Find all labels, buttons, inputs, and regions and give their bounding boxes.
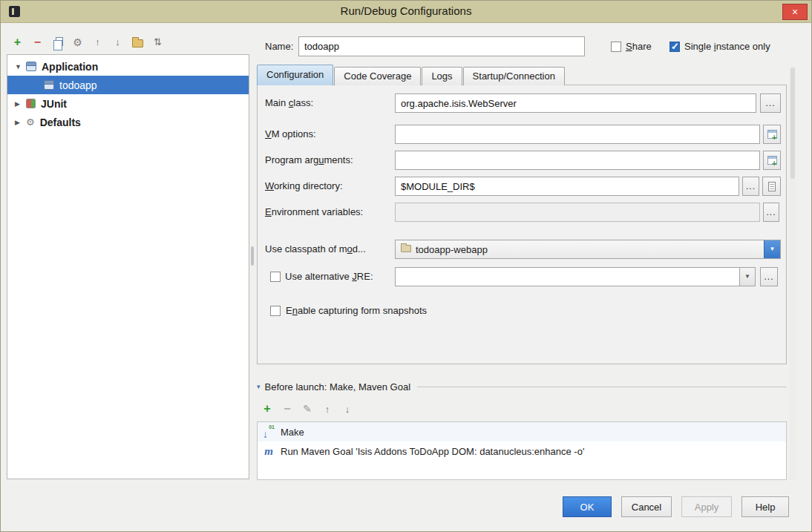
- expand-editor-icon: [767, 156, 777, 165]
- maven-icon: m: [263, 445, 275, 457]
- snapshots-label: Enable capturing form snapshots: [286, 301, 427, 321]
- classpath-label: Use classpath of mod...: [265, 240, 366, 259]
- vm-options-input[interactable]: [395, 125, 760, 144]
- alternative-jre-label: Use alternative JRE:: [285, 267, 373, 286]
- environment-variables-label: Environment variables:: [265, 203, 363, 222]
- before-launch-toolbar: + − ✎ ↑ ↓: [262, 402, 353, 416]
- config-tabs: Configuration Code Coverage Logs Startup…: [257, 65, 566, 85]
- alternative-jre-browse-button[interactable]: ...: [760, 267, 778, 286]
- share-checkbox[interactable]: [611, 42, 621, 52]
- cancel-button[interactable]: Cancel: [621, 496, 672, 517]
- insert-macro-button[interactable]: [762, 177, 781, 196]
- tab-startup-connection[interactable]: Startup/Connection: [463, 67, 565, 85]
- before-launch-title: Before launch: Make, Maven Goal: [265, 381, 411, 393]
- tab-configuration[interactable]: Configuration: [257, 65, 333, 85]
- vm-options-expand-button[interactable]: [763, 125, 781, 144]
- move-down-icon[interactable]: ↓: [111, 36, 124, 49]
- name-input[interactable]: [298, 36, 585, 56]
- junit-icon: [26, 99, 36, 108]
- single-instance-checkbox[interactable]: [669, 42, 680, 52]
- window-title: Run/Debug Configurations: [1, 4, 811, 17]
- panel-splitter[interactable]: [251, 246, 254, 266]
- module-folder-icon: [401, 245, 411, 252]
- share-label: Share: [626, 36, 652, 56]
- application-icon: [44, 80, 54, 90]
- tree-toolbar: + − ⚙ ↑ ↓ ⇅: [11, 35, 164, 50]
- remove-configuration-icon[interactable]: −: [31, 36, 44, 49]
- add-task-icon[interactable]: +: [262, 402, 272, 416]
- folder-icon: [132, 39, 143, 47]
- sort-configurations-icon[interactable]: ⇅: [151, 36, 164, 49]
- remove-task-icon[interactable]: −: [282, 402, 292, 416]
- expand-icon[interactable]: ▼: [15, 63, 26, 70]
- expand-editor-icon: [767, 130, 777, 139]
- scrollbar[interactable]: [790, 66, 796, 480]
- tree-item-junit[interactable]: ▶ JUnit: [7, 94, 249, 113]
- snapshots-checkbox[interactable]: [270, 306, 281, 316]
- help-button[interactable]: Help: [741, 496, 789, 517]
- scrollbar-thumb[interactable]: [790, 68, 795, 179]
- ok-button[interactable]: OK: [563, 496, 612, 517]
- configurations-tree: ▼ Application todoapp ▶ JUnit ▶ ⚙ Defaul…: [7, 54, 249, 479]
- configuration-panel: Main class: ... VM options: Program argu…: [257, 85, 787, 364]
- alternative-jre-combobox[interactable]: ▼: [395, 267, 756, 286]
- task-make[interactable]: Make: [258, 422, 786, 441]
- move-task-up-icon[interactable]: ↑: [322, 404, 333, 415]
- vm-options-label: VM options:: [265, 125, 316, 144]
- working-directory-label: Working directory:: [265, 177, 343, 196]
- make-icon: [263, 426, 275, 438]
- dialog-buttons: OK Cancel Apply Help: [563, 496, 789, 517]
- environment-variables-input[interactable]: [395, 203, 760, 222]
- working-directory-browse-button[interactable]: ...: [742, 177, 759, 196]
- tree-item-label: Application: [42, 61, 98, 73]
- task-maven-goal[interactable]: m Run Maven Goal 'Isis Addons ToDoApp DO…: [258, 441, 786, 461]
- task-label: Run Maven Goal 'Isis Addons ToDoApp DOM:…: [281, 446, 584, 457]
- move-up-icon[interactable]: ↑: [91, 36, 104, 49]
- tree-item-application[interactable]: ▼ Application: [7, 57, 249, 76]
- copy-configuration-icon[interactable]: [51, 36, 64, 49]
- document-icon: [768, 182, 776, 191]
- main-class-input[interactable]: [395, 93, 756, 113]
- program-arguments-input[interactable]: [395, 151, 760, 170]
- classpath-combobox[interactable]: todoapp-webapp ▼: [395, 240, 781, 259]
- program-arguments-expand-button[interactable]: [763, 151, 781, 170]
- before-launch-header: ▾ Before launch: Make, Maven Goal: [257, 380, 787, 393]
- working-directory-input[interactable]: [395, 177, 739, 196]
- collapse-icon[interactable]: ▶: [15, 119, 26, 126]
- dropdown-arrow-icon[interactable]: ▼: [739, 268, 755, 286]
- task-label: Make: [281, 427, 304, 438]
- main-class-browse-button[interactable]: ...: [760, 93, 781, 113]
- move-task-down-icon[interactable]: ↓: [342, 404, 353, 415]
- tree-item-label: todoapp: [59, 79, 97, 91]
- run-debug-configurations-dialog: Run/Debug Configurations × + − ⚙ ↑ ↓ ⇅ ▼…: [0, 0, 812, 532]
- before-launch-task-list: Make m Run Maven Goal 'Isis Addons ToDoA…: [257, 421, 787, 480]
- main-class-label: Main class:: [265, 93, 313, 113]
- tree-item-label: JUnit: [41, 98, 67, 110]
- apply-button[interactable]: Apply: [681, 496, 732, 517]
- collapse-icon[interactable]: ▶: [15, 100, 26, 108]
- collapse-triangle-icon[interactable]: ▾: [257, 383, 261, 390]
- tab-code-coverage[interactable]: Code Coverage: [334, 67, 421, 85]
- defaults-icon: ⚙: [26, 117, 35, 128]
- tree-item-label: Defaults: [40, 116, 81, 128]
- separator-line: [417, 387, 787, 387]
- edit-task-icon[interactable]: ✎: [302, 403, 312, 415]
- name-label: Name:: [265, 36, 293, 56]
- dropdown-arrow-icon[interactable]: ▼: [764, 240, 780, 258]
- tab-logs[interactable]: Logs: [422, 67, 462, 85]
- program-arguments-label: Program arguments:: [265, 151, 353, 170]
- environment-variables-browse-button[interactable]: ...: [763, 203, 779, 222]
- tree-item-todoapp[interactable]: todoapp: [7, 76, 249, 94]
- title-bar[interactable]: Run/Debug Configurations ×: [1, 1, 811, 23]
- classpath-value: todoapp-webapp: [416, 244, 488, 255]
- alternative-jre-checkbox[interactable]: [270, 272, 281, 282]
- single-instance-label: Single instance only: [684, 36, 770, 56]
- application-icon: [26, 62, 36, 71]
- close-button[interactable]: ×: [782, 4, 808, 20]
- edit-defaults-icon[interactable]: ⚙: [71, 36, 84, 49]
- new-folder-icon[interactable]: [131, 36, 144, 49]
- tree-item-defaults[interactable]: ▶ ⚙ Defaults: [7, 113, 249, 131]
- add-configuration-icon[interactable]: +: [11, 36, 24, 49]
- copy-pages-icon: [56, 37, 63, 46]
